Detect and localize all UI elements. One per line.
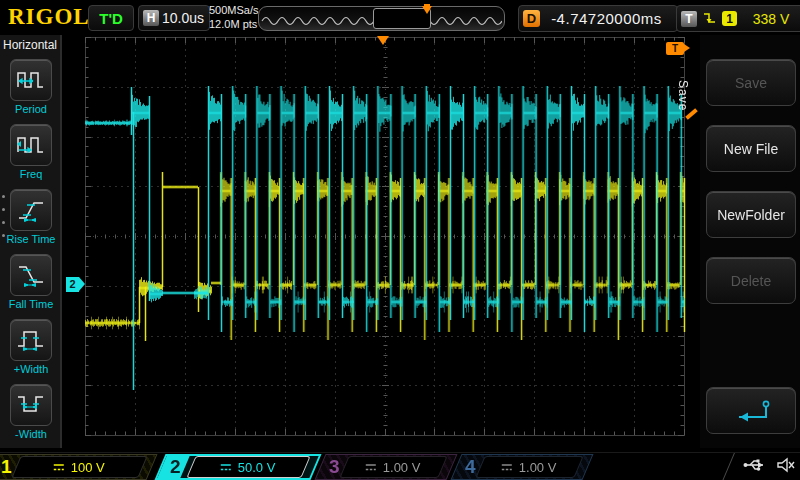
menu-item-neg-width[interactable]: -Width <box>0 384 62 440</box>
channel2-offset-marker[interactable]: 2 <box>66 277 79 292</box>
dc-coupling-icon <box>53 463 65 472</box>
freq-icon <box>15 131 47 159</box>
channel1-scale: 100 V <box>71 460 105 475</box>
rise-time-icon <box>15 196 47 224</box>
menu-item-fall-time[interactable]: Fall Time <box>0 254 62 310</box>
channel4-scale: 1.00 V <box>519 460 557 475</box>
channel3-number: 3 <box>321 456 344 478</box>
speaker-muted-icon[interactable] <box>776 457 796 473</box>
waveform-preview-bar <box>258 6 505 31</box>
menu-page-dots <box>2 195 5 237</box>
memory-depth: 12.0M pts <box>209 17 259 31</box>
horizontal-timebase-box[interactable]: H 10.0us <box>138 5 210 31</box>
delay-icon: D <box>523 10 540 27</box>
trigger-source-badge: 1 <box>722 11 737 26</box>
channel1-box[interactable]: 1 100 V <box>0 454 158 480</box>
delete-button[interactable]: Delete <box>706 257 796 304</box>
top-status-bar: RIGOL T'D H 10.0us 500MSa/s 12.0M pts D … <box>0 0 800 35</box>
timebase-value: 10.0us <box>159 10 207 26</box>
channel2-scale: 50.0 V <box>238 460 276 475</box>
menu-item-period[interactable]: Period <box>0 59 62 115</box>
new-file-button[interactable]: New File <box>706 125 796 172</box>
delay-value: -4.74720000ms <box>540 10 673 27</box>
dc-coupling-icon <box>220 463 232 472</box>
trigger-level-marker[interactable]: T <box>666 42 684 55</box>
channel1-number: 1 <box>0 456 16 478</box>
left-measure-menu: Horizontal Period Freq Rise Tim <box>0 35 62 448</box>
return-button[interactable] <box>706 387 796 434</box>
channel-status-bar: 1 100 V 2 50.0 V 3 <box>0 452 800 480</box>
fall-time-icon <box>15 261 47 289</box>
save-button[interactable]: Save <box>706 59 796 106</box>
channel3-box[interactable]: 3 1.00 V <box>314 454 457 480</box>
dc-coupling-icon <box>365 463 377 472</box>
menu-item-pos-width[interactable]: +Width <box>0 319 62 375</box>
usb-icon[interactable] <box>742 458 768 472</box>
h-icon: H <box>143 10 159 26</box>
preview-trigger-marker <box>422 6 432 14</box>
dc-coupling-icon <box>501 463 513 472</box>
sample-rate: 500MSa/s <box>209 3 259 17</box>
right-soft-menu: Save New File NewFolder Delete <box>700 35 800 448</box>
return-arrow-icon <box>722 398 780 424</box>
pos-width-icon <box>15 326 47 354</box>
channel2-number: 2 <box>162 456 185 478</box>
delay-readout-box: D -4.74720000ms <box>518 5 678 32</box>
channel4-number: 4 <box>457 456 480 478</box>
rigol-logo: RIGOL <box>8 4 90 30</box>
new-folder-button[interactable]: NewFolder <box>706 191 796 238</box>
trigger-icon: T <box>681 11 697 27</box>
measure-menu-title: Horizontal <box>0 35 60 52</box>
trigger-position-marker[interactable] <box>377 36 389 45</box>
status-divider <box>722 453 735 480</box>
trigger-level-value: 338 V <box>742 11 800 27</box>
period-icon <box>15 66 47 94</box>
menu-item-freq[interactable]: Freq <box>0 124 62 180</box>
channel2-box[interactable]: 2 50.0 V <box>154 454 321 480</box>
menu-item-rise-time[interactable]: Rise Time <box>0 189 62 245</box>
neg-width-icon <box>15 391 47 419</box>
channel3-scale: 1.00 V <box>383 460 421 475</box>
falling-edge-icon <box>702 11 717 26</box>
right-menu-tab-label: Save <box>676 80 690 111</box>
channel4-box[interactable]: 4 1.00 V <box>450 454 593 480</box>
waveform-display <box>62 35 700 448</box>
acquisition-info: 500MSa/s 12.0M pts <box>209 3 259 31</box>
trigger-readout-box[interactable]: T 1 338 V <box>676 5 800 32</box>
oscilloscope-screen: RIGOL T'D H 10.0us 500MSa/s 12.0M pts D … <box>0 0 800 480</box>
trigger-status-badge: T'D <box>88 5 134 31</box>
